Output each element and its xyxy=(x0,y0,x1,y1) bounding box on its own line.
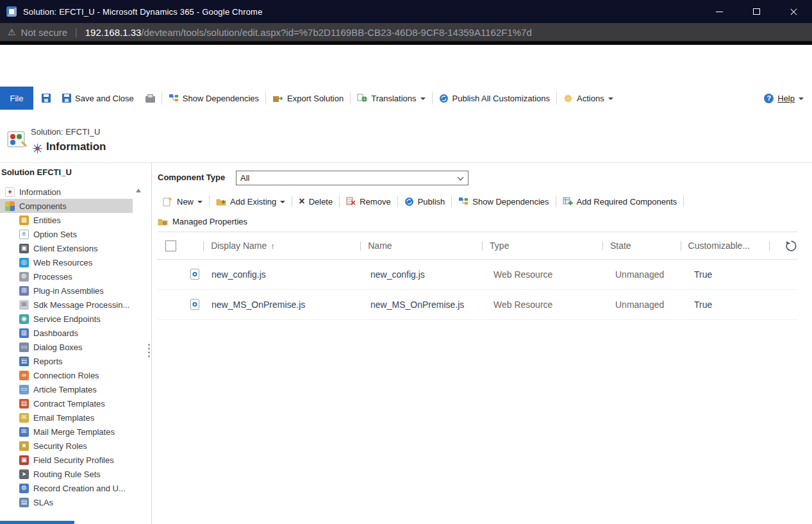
ribbon-separator xyxy=(432,92,433,105)
print-button[interactable] xyxy=(140,87,161,110)
sidebar-item-web-resources[interactable]: Web Resources xyxy=(0,255,133,269)
sidebar-item-security-roles[interactable]: Security Roles xyxy=(0,439,133,453)
column-header-customizable[interactable]: Customizable... xyxy=(681,232,769,259)
show-dependencies-button[interactable]: Show Dependencies xyxy=(163,87,265,110)
sidebar-item-label: Sdk Message Processin... xyxy=(33,300,129,310)
save-and-close-button[interactable]: Save and Close xyxy=(56,87,140,110)
url-path[interactable]: /devteam/tools/solution/edit.aspx?id=%7b… xyxy=(141,27,531,38)
publish-button[interactable]: Publish xyxy=(399,197,451,207)
chevron-down-icon xyxy=(420,97,426,100)
table-row[interactable]: new_config.js new_config.js Web Resource… xyxy=(158,260,798,290)
sidebar-item-dashboards[interactable]: Dashboards xyxy=(0,326,133,340)
cell-name: new_config.js xyxy=(363,269,486,280)
sidebar-item-service-endpoints[interactable]: Service Endpoints xyxy=(0,312,133,326)
column-header-name[interactable]: Name xyxy=(360,232,482,259)
translations-button[interactable]: Translations xyxy=(351,87,431,110)
select-all-cell xyxy=(158,241,185,251)
sidebar-item-label: Record Creation and U... xyxy=(33,484,126,493)
column-label: Name xyxy=(368,241,392,251)
column-header-state[interactable]: State xyxy=(602,232,681,259)
toolbar-separator xyxy=(556,196,556,207)
web-resource-icon xyxy=(190,299,200,310)
not-secure-warning-icon: ⚠ xyxy=(8,27,16,37)
column-header-type[interactable]: Type xyxy=(482,232,602,259)
sidebar-item-option-sets[interactable]: Option Sets xyxy=(0,227,133,241)
panel-splitter-handle[interactable] xyxy=(148,344,150,357)
cell-state: Unmanaged xyxy=(608,269,686,280)
component-type-select[interactable]: All xyxy=(236,171,468,185)
sidebar-item-sdk-message-processing[interactable]: Sdk Message Processin... xyxy=(0,298,133,312)
delete-button[interactable]: Delete xyxy=(294,196,338,207)
security-label[interactable]: Not secure xyxy=(21,27,68,38)
sidebar-item-email-templates[interactable]: Email Templates xyxy=(0,410,133,425)
export-solution-label: Export Solution xyxy=(287,94,344,103)
ribbon-separator xyxy=(556,92,557,105)
sidebar-item-slas[interactable]: SLAs xyxy=(0,495,133,509)
add-existing-button[interactable]: Add Existing xyxy=(211,197,290,207)
article-templates-icon xyxy=(19,385,29,394)
cell-display-name[interactable]: new_config.js xyxy=(204,269,363,280)
web-resource-icon xyxy=(190,269,200,280)
new-button[interactable]: New xyxy=(158,196,208,207)
cell-display-name[interactable]: new_MS_OnPremise.js xyxy=(204,300,363,310)
toolbar-separator xyxy=(292,196,292,207)
sidebar-item-field-security-profiles[interactable]: Field Security Profiles xyxy=(0,453,133,467)
cell-type: Web Resource xyxy=(486,300,608,310)
add-required-components-button[interactable]: Add Required Components xyxy=(558,197,683,207)
sidebar-item-mail-merge-templates[interactable]: Mail Merge Templates xyxy=(0,425,133,439)
publish-all-customizations-button[interactable]: Publish All Customizations xyxy=(433,87,556,110)
sidebar-item-client-extensions[interactable]: Client Extensions xyxy=(0,241,133,255)
sidebar-item-article-templates[interactable]: Article Templates xyxy=(0,382,133,396)
select-all-checkbox[interactable] xyxy=(165,241,176,251)
table-row[interactable]: new_MS_OnPremise.js new_MS_OnPremise.js … xyxy=(158,290,798,320)
url-host[interactable]: 192.168.1.33 xyxy=(85,27,142,38)
publish-all-icon xyxy=(439,94,449,103)
sidebar-item-processes[interactable]: Processes xyxy=(0,269,133,283)
toolbar-separator xyxy=(397,196,398,207)
sidebar-item-plugin-assemblies[interactable]: Plug-in Assemblies xyxy=(0,283,133,298)
export-icon xyxy=(272,94,283,103)
help-icon xyxy=(764,94,774,103)
save-button[interactable] xyxy=(36,87,56,110)
sidebar-item-label: Mail Merge Templates xyxy=(33,427,115,437)
new-icon xyxy=(163,196,173,207)
close-button[interactable] xyxy=(775,0,812,23)
sidebar-item-label: Option Sets xyxy=(33,230,77,239)
sidebar-item-entities[interactable]: Entities xyxy=(0,213,133,227)
window-controls xyxy=(700,0,812,23)
refresh-button[interactable] xyxy=(784,239,798,253)
sidebar-item-connection-roles[interactable]: Connection Roles xyxy=(0,368,133,382)
remove-label: Remove xyxy=(360,197,390,207)
sidebar-item-label: Field Security Profiles xyxy=(33,455,114,465)
export-solution-button[interactable]: Export Solution xyxy=(267,87,349,110)
managed-properties-button[interactable]: Managed Properties xyxy=(158,214,247,228)
minimize-button[interactable] xyxy=(700,0,738,23)
sidebar-item-routing-rule-sets[interactable]: Routing Rule Sets xyxy=(0,467,133,481)
sidebar-scroll-up-icon[interactable] xyxy=(136,189,141,192)
sidebar-item-label: Contract Templates xyxy=(33,399,105,409)
maximize-button[interactable] xyxy=(738,0,775,23)
sidebar-item-label: Client Extensions xyxy=(33,244,97,253)
address-bar[interactable]: ⚠ Not secure | 192.168.1.33/devteam/tool… xyxy=(0,23,812,41)
main-panel: Component Type All New Add Existing Dele… xyxy=(152,163,812,524)
sidebar-item-record-creation[interactable]: Record Creation and U... xyxy=(0,481,133,495)
sidebar-item-contract-templates[interactable]: Contract Templates xyxy=(0,396,133,410)
remove-button[interactable]: Remove xyxy=(341,197,395,207)
sidebar-item-components[interactable]: Components xyxy=(0,199,133,213)
help-button[interactable]: Help xyxy=(758,87,809,110)
record-creation-icon xyxy=(19,484,29,493)
dependencies-icon xyxy=(458,197,468,206)
column-header-display-name[interactable]: Display Name xyxy=(203,232,360,259)
sidebar-item-information[interactable]: Information xyxy=(0,185,133,199)
actions-button[interactable]: Actions xyxy=(558,87,619,110)
ribbon-separator xyxy=(265,92,266,105)
add-required-components-label: Add Required Components xyxy=(577,197,677,207)
sidebar-item-dialog-boxes[interactable]: Dialog Boxes xyxy=(0,340,133,354)
reports-icon xyxy=(19,357,29,366)
file-tab[interactable]: File xyxy=(0,87,33,110)
sidebar-item-reports[interactable]: Reports xyxy=(0,354,133,368)
column-label: Display Name xyxy=(211,241,267,251)
web-resources-icon xyxy=(19,258,29,267)
dependencies-icon xyxy=(169,94,179,103)
show-dependencies-grid-button[interactable]: Show Dependencies xyxy=(453,197,554,207)
